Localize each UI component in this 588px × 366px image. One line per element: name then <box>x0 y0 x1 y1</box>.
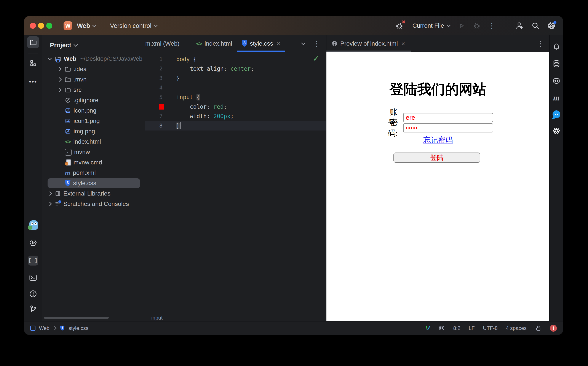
run-configuration-label: Current File <box>412 22 444 29</box>
color-preview-swatch[interactable] <box>159 104 164 110</box>
project-panel-header[interactable]: Project <box>42 35 145 50</box>
code-line: 4 <box>145 83 326 92</box>
notifications-bell-icon[interactable] <box>552 43 561 51</box>
project-widget[interactable]: Web <box>77 22 96 29</box>
code-line: 5 input { <box>145 92 326 102</box>
run-button[interactable] <box>458 22 465 29</box>
tree-item-index-html[interactable]: <> index.html <box>42 137 145 147</box>
zoom-window-button[interactable] <box>46 23 52 29</box>
globe-icon <box>331 40 338 47</box>
code-line-caret: 8 } <box>145 121 326 130</box>
title-bar: W Web Version control Current File <box>24 16 563 35</box>
error-indicator-badge[interactable]: ! <box>550 325 557 332</box>
tree-item-external-libraries[interactable]: External Libraries <box>42 188 145 199</box>
right-tool-strip: m <box>549 35 563 321</box>
tree-item-gitignore[interactable]: .gitignore <box>42 95 145 106</box>
debugger-disabled-icon[interactable] <box>396 22 403 30</box>
terminal-tool-window-button[interactable] <box>29 273 37 282</box>
close-tab-icon[interactable]: × <box>277 40 280 47</box>
tree-item-idea[interactable]: .idea <box>42 64 145 74</box>
tree-item-icon1-png[interactable]: icon1.png <box>42 116 145 126</box>
editor-options-menu[interactable]: ⋮ <box>313 40 320 47</box>
breadcrumb[interactable]: input <box>145 314 326 321</box>
tree-item-mvnw[interactable]: >_ mvnw <box>42 147 145 157</box>
chevron-right-icon <box>57 77 62 82</box>
close-window-button[interactable] <box>30 23 36 29</box>
tree-item-src[interactable]: src <box>42 85 145 95</box>
tree-item-mvnw-cmd[interactable]: mvnw.cmd <box>42 157 145 168</box>
structure-tool-window-button[interactable] <box>29 59 37 67</box>
tree-item-style-css[interactable]: 3 style.css <box>42 178 145 188</box>
minimize-window-button[interactable] <box>38 23 44 29</box>
assistant-plugin-icon[interactable] <box>28 220 38 230</box>
line-separator[interactable]: LF <box>469 325 475 331</box>
preview-options-menu[interactable]: ⋮ <box>537 40 544 47</box>
database-tool-window-button[interactable] <box>552 60 561 68</box>
chevron-down-icon <box>74 42 78 47</box>
clock-badge-icon <box>58 200 61 203</box>
text-caret <box>180 122 180 129</box>
tree-item-pom-xml[interactable]: m pom.xml <box>42 168 145 178</box>
settings-gear-icon[interactable] <box>547 22 556 30</box>
copilot-icon[interactable] <box>552 77 561 85</box>
project-tree: Web ~/Desktop/CS/JavaWeb .idea .mvn <box>42 53 145 209</box>
problems-tool-window-button[interactable] <box>29 290 37 298</box>
chat-plugin-icon[interactable] <box>553 110 560 118</box>
cmd-file-icon <box>65 160 71 166</box>
chevron-right-icon <box>57 67 62 71</box>
tree-item-img-png[interactable]: img.png <box>42 126 145 137</box>
vcs-widget[interactable]: Version control <box>110 22 157 29</box>
tree-item-mvn[interactable]: .mvn <box>42 74 145 85</box>
indent-setting[interactable]: 4 spaces <box>506 325 526 331</box>
run-configuration-selector[interactable]: Current File <box>412 22 450 29</box>
read-write-lock-icon[interactable] <box>535 325 542 332</box>
folder-icon <box>64 76 71 83</box>
forgot-password-link[interactable]: 忘记密码 <box>326 135 550 145</box>
tree-item-icon-png[interactable]: icon.png <box>42 106 145 116</box>
login-button[interactable]: 登陆 <box>394 152 480 163</box>
brackets-tool-window-button[interactable]: [ ] <box>28 256 38 266</box>
scratches-icon <box>55 201 61 207</box>
code-editor[interactable]: 1 body { 2 text-align: center; 3 } 4 5 i… <box>145 52 326 314</box>
module-badge-icon <box>56 59 60 62</box>
status-module[interactable]: Web <box>39 325 49 331</box>
editor-panel: m.xml (Web) <> index.html 3 style.css × … <box>145 35 326 321</box>
tree-item-scratches[interactable]: Scratches and Consoles <box>42 199 145 209</box>
inspections-ok-icon[interactable]: ✓ <box>313 54 319 63</box>
breadcrumb-chevron-icon <box>52 326 57 330</box>
vcs-widget-label: Version control <box>110 22 152 29</box>
more-actions-menu[interactable]: ⋮ <box>488 22 495 29</box>
git-branch-icon[interactable] <box>29 305 37 313</box>
library-icon <box>55 191 61 197</box>
tab-style-css[interactable]: 3 style.css × <box>237 35 285 52</box>
search-everywhere-icon[interactable] <box>531 22 540 30</box>
password-input[interactable]: ••••• <box>403 123 493 132</box>
tab-index-html[interactable]: <> index.html <box>191 35 237 52</box>
v-plugin-icon[interactable]: V <box>426 325 430 332</box>
debug-button[interactable] <box>473 22 480 29</box>
file-encoding[interactable]: UTF-8 <box>483 325 498 331</box>
code-line: 6 color: red; <box>145 102 326 112</box>
preview-tab-bar: Preview of index.html × ⋮ <box>326 35 550 52</box>
chevron-right-icon <box>47 202 52 206</box>
project-tool-window-button[interactable] <box>27 36 39 48</box>
tree-item-web-root[interactable]: Web ~/Desktop/CS/JavaWeb <box>42 53 145 64</box>
shell-file-icon: >_ <box>65 149 71 156</box>
image-file-icon <box>65 128 71 134</box>
openai-plugin-icon[interactable] <box>552 126 561 135</box>
css-file-icon: 3 <box>60 326 65 331</box>
code-with-me-icon[interactable] <box>515 22 524 30</box>
horizontal-scrollbar[interactable] <box>44 317 109 319</box>
more-tool-windows-button[interactable]: ••• <box>29 78 37 85</box>
ide-window: W Web Version control Current File <box>24 16 563 335</box>
maven-tool-window-button[interactable]: m <box>553 93 560 102</box>
tab-pom-xml[interactable]: m.xml (Web) <box>145 35 191 52</box>
services-tool-window-button[interactable] <box>29 238 37 247</box>
caret-position[interactable]: 8:2 <box>453 325 460 331</box>
project-panel: Project Web ~/Desktop/CS/JavaWeb <box>42 35 145 321</box>
status-file[interactable]: style.css <box>69 325 88 331</box>
copilot-status-icon[interactable] <box>438 325 445 332</box>
tab-preview-index-html[interactable]: Preview of index.html × <box>326 35 411 52</box>
close-tab-icon[interactable]: × <box>401 40 405 47</box>
hidden-tabs-chevron-icon[interactable] <box>301 41 305 45</box>
